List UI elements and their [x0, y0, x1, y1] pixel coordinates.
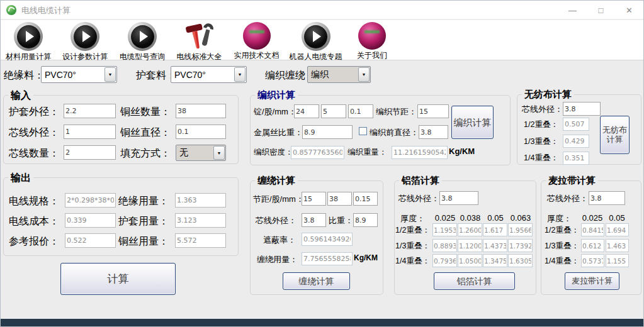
- toolbar-item-label: 材料用量计算: [6, 52, 51, 62]
- window-controls: — □ ✕: [558, 1, 643, 19]
- ref-quote-label: 参考报价：: [9, 235, 59, 248]
- bottom-bar: [1, 319, 643, 326]
- nonwoven-half-field: [563, 118, 589, 131]
- chevron-down-icon[interactable]: ▼: [358, 67, 370, 82]
- copper-count-label: 铜丝数量：: [120, 106, 171, 119]
- nonwoven-calc-button[interactable]: 无纺布 计算: [600, 116, 630, 154]
- app-icon: [6, 5, 16, 15]
- wire-cost-field: [65, 213, 116, 228]
- wrap-pitch-input[interactable]: [302, 192, 326, 206]
- maximize-icon[interactable]: □: [587, 1, 615, 19]
- wrap-calc-button-label: 缠绕计算: [299, 276, 334, 286]
- foil-thickness-value: 0.05: [483, 213, 508, 223]
- spindle-count-input[interactable]: [294, 104, 319, 118]
- foil-cell: [483, 254, 507, 267]
- sheath-select[interactable]: PVC70° ▼: [171, 66, 247, 83]
- pre-diameter-checkbox[interactable]: [359, 127, 367, 135]
- chevron-down-icon[interactable]: ▼: [234, 67, 246, 82]
- insulation-value: PVC70°: [42, 67, 104, 82]
- core-count-input[interactable]: [64, 145, 116, 160]
- close-icon[interactable]: ✕: [615, 1, 643, 19]
- nonwoven-calc-button-label-1: 无纺布: [602, 126, 627, 135]
- wrap-core-od-label: 芯线外径：: [256, 215, 297, 226]
- foil-cell: [483, 223, 507, 236]
- coverage-label: 遮蔽率：: [263, 235, 296, 246]
- foil-cell: [458, 239, 482, 252]
- play-icon: [302, 22, 330, 51]
- spindle-mm-input[interactable]: [348, 104, 373, 118]
- nonwoven-third-overlap-label: 1/3重叠：: [524, 136, 558, 147]
- wrap-pitch-label: 节距/股/mm：: [253, 194, 304, 205]
- wrap-mm-input[interactable]: [353, 192, 378, 206]
- mylar-core-od-input[interactable]: [589, 191, 625, 205]
- foil-thickness-label: 厚度：: [400, 213, 425, 224]
- play-icon: [14, 22, 43, 51]
- nonwoven-third-field: [563, 135, 589, 148]
- toolbar-item-cable-model-query[interactable]: 电缆型号查询: [114, 20, 171, 60]
- sphere-icon: [243, 22, 271, 50]
- core-od-input[interactable]: [64, 125, 116, 139]
- mylar-thickness-value: 0.05: [605, 213, 629, 223]
- nonwoven-core-od-input[interactable]: [563, 102, 601, 116]
- mylar-group-title: 麦拉带计算: [546, 175, 598, 187]
- wrap-density-input[interactable]: [353, 213, 378, 227]
- wrap-core-od-input[interactable]: [302, 213, 326, 227]
- foil-cell: [432, 223, 457, 236]
- toolbar-item-label: 机器人电缆专题: [290, 52, 342, 62]
- fill-mode-value: 无: [176, 145, 213, 160]
- toolbar-item-wire-standards[interactable]: 电线标准大全: [171, 20, 228, 60]
- fill-mode-select[interactable]: 无 ▼: [176, 145, 226, 161]
- mylar-thickness-value: 0.025: [580, 213, 605, 223]
- foil-cell: [432, 254, 457, 267]
- nonwoven-quarter-overlap-label: 1/4重叠：: [524, 153, 558, 164]
- wrap-calc-button[interactable]: 缠绕计算: [283, 272, 350, 290]
- foil-calc-button[interactable]: 铝箔计算: [434, 272, 515, 290]
- foil-cell: [483, 239, 507, 252]
- mylar-half-overlap-label: 1/2重叠：: [545, 225, 579, 236]
- input-group-title: 输入: [8, 89, 33, 103]
- sheath-usage-field: [175, 213, 226, 228]
- chevron-down-icon[interactable]: ▼: [213, 146, 225, 160]
- sheath-od-input[interactable]: [64, 104, 116, 118]
- copper-dia-input[interactable]: [176, 125, 226, 139]
- mylar-cell: [581, 254, 604, 267]
- braid-wrap-select[interactable]: 编织 ▼: [307, 66, 371, 83]
- braid-calc-button-label: 编织计算: [454, 117, 492, 128]
- sheath-od-label: 护套外径：: [9, 106, 59, 119]
- wrap-usage-field: [302, 252, 353, 265]
- copper-count-input[interactable]: [176, 104, 226, 118]
- chevron-down-icon[interactable]: ▼: [105, 67, 116, 82]
- toolbar-item-design-params[interactable]: 设计参数计算: [56, 20, 114, 60]
- foil-core-od-input[interactable]: [439, 191, 478, 205]
- foil-cell: [432, 239, 457, 252]
- braid-weight-field: [392, 146, 448, 159]
- foil-calc-button-label: 铝箔计算: [457, 276, 492, 286]
- toolbar-item-robot-cable[interactable]: 机器人电缆专题: [285, 20, 346, 60]
- minimize-icon[interactable]: —: [558, 1, 587, 19]
- wrap-strand-input[interactable]: [327, 192, 352, 206]
- wire-density-input[interactable]: [302, 125, 353, 139]
- foil-thickness-value: 0.038: [458, 213, 483, 223]
- spindle-label: 锭/股/mm：: [254, 106, 297, 118]
- mylar-calc-button[interactable]: 麦拉带计算: [565, 272, 619, 290]
- foil-cell: [508, 239, 533, 252]
- braid-calc-button[interactable]: 编织计算: [451, 106, 494, 139]
- wire-density-label: 金属丝比重：: [254, 127, 303, 138]
- insulation-select[interactable]: PVC70° ▼: [41, 66, 117, 83]
- copper-usage-field: [175, 233, 226, 248]
- toolbar-item-label: 关于我们: [357, 50, 387, 61]
- toolbar-item-material-usage[interactable]: 材料用量计算: [1, 20, 56, 60]
- wrap-group-title: 缠绕计算: [255, 175, 298, 187]
- calculate-button-label: 计算: [108, 273, 129, 285]
- foil-group-title: 铝箔计算: [399, 175, 442, 187]
- pre-diameter-input[interactable]: [419, 125, 448, 139]
- toolbar-item-tech-docs[interactable]: 实用技术文档: [228, 20, 285, 60]
- toolbar-item-about[interactable]: 关于我们: [346, 20, 398, 60]
- tools-icon: [186, 22, 213, 51]
- mylar-cell: [581, 239, 604, 252]
- spindle-strand-input[interactable]: [321, 104, 346, 118]
- title-bar: 电线电缆计算 — □ ✕: [1, 1, 643, 19]
- calculate-button[interactable]: 计算: [60, 263, 176, 295]
- insulation-usage-label: 绝缘用量：: [118, 195, 169, 208]
- braid-pitch-input[interactable]: [417, 104, 449, 118]
